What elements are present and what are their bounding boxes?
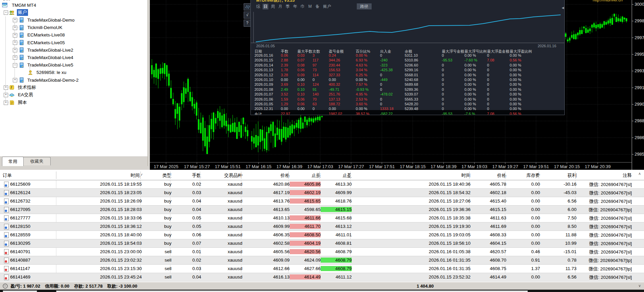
sidebar-item-ea-[interactable]: +EA交易 xyxy=(0,91,147,99)
order-cell-swap: 0.91 xyxy=(506,258,540,263)
expand-plus-icon[interactable]: + xyxy=(13,18,17,22)
order-row-66130295[interactable]: 661302952026.01.15 18:54:03buy0.07xauusd… xyxy=(0,239,644,248)
sidebar-item-trademaxglobal-demo-2[interactable]: +TradeMaxGlobal-Demo-2 xyxy=(0,76,147,84)
order-row-66127777[interactable]: 661277772026.01.15 18:33:06buy0.05xauusd… xyxy=(0,214,644,222)
sidebar-item-trademaxglobal-live5[interactable]: −TradeMaxGlobal-Live5 xyxy=(0,61,147,69)
time-tick-label: 17 Mar 16:39 xyxy=(276,164,302,169)
orders-header-price[interactable]: 价格 xyxy=(242,172,290,179)
order-cell-sl: 4627.66 xyxy=(290,266,321,271)
sidebar-item-ecmarkets-live08[interactable]: +ECMarkets-Live08 xyxy=(0,31,147,39)
order-cell-tp: 4611.01 xyxy=(321,232,352,237)
order-cell-sl: 4611.70 xyxy=(290,224,321,229)
tab-favorites[interactable]: 收藏夹 xyxy=(23,157,51,165)
server-icon xyxy=(19,55,24,60)
time-tick-label: 17 Mar 20:15 xyxy=(554,164,580,169)
tab-common[interactable]: 常用 xyxy=(2,157,24,166)
collapse-minus-icon[interactable]: − xyxy=(13,63,17,68)
expand-plus-icon[interactable]: + xyxy=(13,55,17,60)
stats-cell: 0.00 % xyxy=(464,87,476,91)
stats-cell: -323 xyxy=(380,63,387,67)
collapse-minus-icon[interactable]: − xyxy=(4,10,8,15)
order-row-66141469[interactable]: 661414692026.01.15 23:45:24sell0.04xauus… xyxy=(0,273,644,282)
order-row-66140887[interactable]: 661408872026.01.15 23:02:32sell0.02xauus… xyxy=(0,256,644,265)
scroll-up-button[interactable]: ∧ xyxy=(637,171,643,177)
order-cell-comment: 微信: 2026904767[sl] xyxy=(576,215,632,221)
expand-plus-icon[interactable]: + xyxy=(13,33,17,37)
panel-collapse-icon[interactable]: ◀ xyxy=(562,6,564,9)
order-cell-open_time: 2026.01.15 18:28:03 xyxy=(57,207,142,212)
order-cell-type: sell xyxy=(142,274,171,280)
equity-end-date: 2026.01.16 xyxy=(538,44,556,48)
stats-cell: 0.00 % xyxy=(464,63,476,67)
orders-header-type[interactable]: 类型 xyxy=(142,172,171,179)
stats-cell: -449 xyxy=(380,78,387,82)
stats-cell: 0 xyxy=(487,63,489,67)
orders-header-tp[interactable]: 止盈 xyxy=(321,172,352,179)
orders-header-open_time[interactable]: 时间 ∕ xyxy=(57,172,142,179)
sidebar-item-trademaxglobal-live2[interactable]: +TradeMaxGlobal-Live2 xyxy=(0,46,147,54)
order-row-66140791[interactable]: 661407912026.01.15 23:00:00sell0.01xauus… xyxy=(0,248,644,256)
scroll-down-button[interactable]: ∨ xyxy=(637,283,643,289)
order-cell-lots: 0.05 xyxy=(171,215,201,220)
orders-header-id[interactable]: 订单 xyxy=(3,172,57,179)
stats-cell: 0 xyxy=(487,87,489,91)
expand-plus-icon[interactable]: + xyxy=(13,26,17,30)
orders-header-symbol[interactable]: 交易品种 xyxy=(201,172,242,179)
sidebar-item-5269858-le-xu[interactable]: 5269858: le xu xyxy=(0,69,147,76)
order-cell-price: 4606.35 xyxy=(242,232,290,237)
time-tick-label: 17 Mar 15:27 xyxy=(184,164,210,169)
sidebar-item-ecmarkets-live05[interactable]: +ECMarkets-Live05 xyxy=(0,39,147,46)
stats-cell: 0 xyxy=(442,102,444,106)
stats-cell: 0.00 % xyxy=(510,82,521,86)
orders-header-close_time[interactable]: 时间 xyxy=(352,172,471,179)
order-row-66128559[interactable]: 661285592026.01.15 18:40:00buy0.06xauusd… xyxy=(0,231,644,239)
stats-cell: 0 xyxy=(487,78,489,82)
stats-cell: 6.93 % xyxy=(356,58,367,62)
order-cell-comment: 微信: 2026904767[sl] xyxy=(576,224,632,230)
expand-plus-icon[interactable]: + xyxy=(4,93,8,97)
order-cell-id: 66130295 xyxy=(10,241,57,246)
stats-cell: 5565.33 xyxy=(405,97,418,101)
stats-cell: 5689.68 xyxy=(405,82,418,86)
sidebar-item--[interactable]: +f技术指标 xyxy=(0,84,147,91)
sidebar-item--[interactable]: +脚本 xyxy=(0,99,147,106)
orders-header-swap[interactable]: 库存费 xyxy=(506,172,540,179)
order-cell-swap: 0.00 xyxy=(506,198,540,204)
orders-header-sl[interactable]: 止损 xyxy=(290,172,321,179)
expand-plus-icon[interactable]: + xyxy=(13,78,17,82)
order-cell-open_time: 2026.01.15 18:26:09 xyxy=(57,198,142,204)
stats-cell: 7.57 % xyxy=(356,82,367,86)
order-cell-price: 4620.86 xyxy=(242,182,290,187)
expand-plus-icon[interactable]: + xyxy=(13,41,17,45)
chart-lines-button[interactable] xyxy=(244,3,251,10)
orders-header-close_price[interactable]: 价格 xyxy=(471,172,506,179)
order-row-66127095[interactable]: 661270952026.01.15 18:28:03buy0.04xauusd… xyxy=(0,206,644,214)
expand-plus-icon[interactable]: + xyxy=(13,48,17,52)
price-tick-label: 2985.05 xyxy=(635,152,644,157)
buy-order-icon xyxy=(4,224,9,230)
orders-header-comment[interactable]: 注释 xyxy=(576,172,632,179)
sidebar-item-tmgm-mt4[interactable]: TMGM MT4 xyxy=(0,1,147,9)
order-row-66125609[interactable]: 661256092026.01.15 18:19:55buy0.02xauusd… xyxy=(0,180,644,189)
order-row-66126124[interactable]: 661261242026.01.15 18:23:05buy0.03xauusd… xyxy=(0,189,644,197)
buy-order-icon xyxy=(4,198,9,204)
orders-header-separator xyxy=(170,171,171,179)
check-button[interactable]: √ xyxy=(244,11,251,19)
order-cell-price: 4616.13 xyxy=(242,274,290,280)
order-cell-lots: 0.03 xyxy=(171,190,201,195)
order-row-66141147[interactable]: 661411472026.01.15 23:15:30sell0.03xauus… xyxy=(0,265,644,273)
question-button[interactable]: ? xyxy=(244,20,251,27)
order-row-66128150[interactable]: 661281502026.01.15 18:36:12buy0.05xauusd… xyxy=(0,222,644,231)
order-cell-sl: 4611.66 xyxy=(290,215,321,220)
sidebar-item-tickmill-demouk[interactable]: +Tickmill-DemoUK xyxy=(0,24,147,31)
orders-header-lots[interactable]: 手数 xyxy=(171,172,201,179)
sidebar-item-trademaxglobal-live4[interactable]: +TradeMaxGlobal-Live4 xyxy=(0,54,147,61)
orders-header-profit[interactable]: 获利 xyxy=(540,172,576,179)
expand-plus-icon[interactable]: + xyxy=(4,101,8,105)
sidebar-item-trademaxglobal-demo[interactable]: +TradeMaxGlobal-Demo xyxy=(0,16,147,24)
order-cell-profit: 0.78 xyxy=(540,258,576,263)
sidebar-item--[interactable]: −账户 xyxy=(0,9,147,16)
order-row-66126732[interactable]: 661267322026.01.15 18:26:09buy0.04xauusd… xyxy=(0,197,644,206)
order-cell-profit: 11.88 xyxy=(540,232,576,237)
expand-plus-icon[interactable]: + xyxy=(4,85,8,90)
